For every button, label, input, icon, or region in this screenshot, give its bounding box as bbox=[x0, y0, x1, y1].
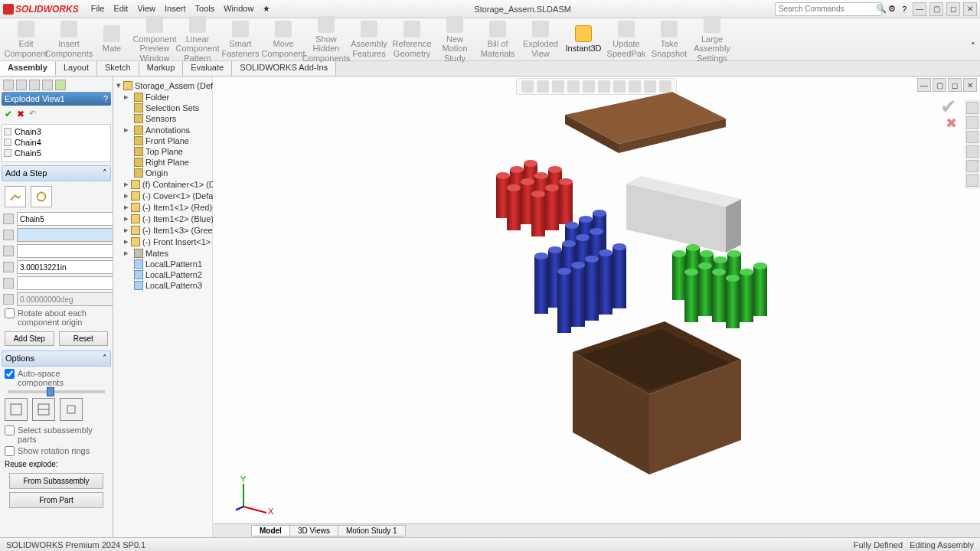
bbox-mode-3-button[interactable] bbox=[60, 398, 83, 421]
tree-item[interactable]: ▸(-) Front Insert<1> (... bbox=[115, 236, 211, 247]
bbox-mode-1-button[interactable] bbox=[5, 398, 28, 421]
tree-item[interactable]: Selection Sets bbox=[115, 103, 211, 113]
tab-evaluate[interactable]: Evaluate bbox=[183, 61, 232, 76]
tree-item[interactable]: ▾Storage_Assem (Default bbox=[115, 80, 211, 91]
design-lib-icon[interactable] bbox=[966, 116, 978, 129]
tree-item[interactable]: ▸(-) Item1<3> (Green)<... bbox=[115, 224, 211, 236]
component-select-field[interactable] bbox=[17, 228, 113, 242]
ribbon-new-motion-study[interactable]: New Motion Study bbox=[435, 16, 475, 62]
settings-icon[interactable]: ⚙ bbox=[888, 4, 896, 14]
pm-tab-config-icon[interactable] bbox=[29, 80, 40, 90]
tree-item[interactable]: ▸Folder bbox=[115, 91, 211, 103]
zoom-fit-icon[interactable] bbox=[521, 80, 534, 93]
tab-markup[interactable]: Markup bbox=[139, 61, 184, 76]
ribbon-move-component[interactable]: Move Component bbox=[263, 21, 303, 57]
autospace-checkbox[interactable] bbox=[5, 369, 15, 379]
chain-list[interactable]: Chain3 Chain4 Chain5 bbox=[2, 124, 111, 162]
restore-button[interactable]: ▢ bbox=[929, 2, 943, 16]
section-view-icon[interactable] bbox=[567, 80, 580, 93]
vp-close-button[interactable]: ✕ bbox=[963, 78, 977, 92]
apply-scene-icon[interactable] bbox=[644, 80, 656, 93]
chain-name-field[interactable] bbox=[17, 212, 113, 226]
pm-undo-icon[interactable]: ↶ bbox=[29, 109, 36, 119]
tab-solidworks-add-ins[interactable]: SOLIDWORKS Add-Ins bbox=[232, 61, 336, 76]
tree-item[interactable]: ▸(-) Cover<1> (Default<... bbox=[115, 190, 211, 201]
menu-insert[interactable]: Insert bbox=[165, 4, 186, 14]
ribbon-smart-fasteners[interactable]: Smart Fasteners bbox=[220, 21, 260, 57]
ribbon-assembly-features[interactable]: Assembly Features bbox=[349, 21, 389, 57]
bbox-mode-2-button[interactable] bbox=[32, 398, 55, 421]
help-icon[interactable]: ? bbox=[902, 5, 906, 14]
graphics-viewport[interactable]: — ▢ ◻ ✕ ✔ ✖ bbox=[213, 77, 980, 537]
pm-tab-property-icon[interactable] bbox=[16, 80, 27, 90]
custom-props-icon[interactable] bbox=[966, 174, 978, 187]
menu-star[interactable]: ★ bbox=[263, 4, 270, 14]
ribbon-exploded-view[interactable]: Exploded View bbox=[521, 21, 560, 57]
cancel-corner-icon[interactable]: ✖ bbox=[946, 115, 957, 132]
ribbon-take-snapshot[interactable]: Take Snapshot bbox=[649, 21, 689, 57]
tree-item[interactable]: ▸Annotations bbox=[115, 124, 211, 135]
ribbon-insert-components[interactable]: Insert Components bbox=[49, 21, 89, 57]
ribbon-update-speedpak[interactable]: Update SpeedPak bbox=[606, 21, 646, 57]
menu-file[interactable]: File bbox=[91, 4, 105, 14]
radial-step-button[interactable] bbox=[31, 186, 52, 207]
search-input[interactable] bbox=[779, 5, 876, 13]
vp-restore-button[interactable]: ▢ bbox=[933, 78, 946, 92]
from-subassembly-button[interactable]: From Subassembly bbox=[9, 473, 103, 489]
tree-item[interactable]: Front Plane bbox=[115, 135, 211, 146]
display-style-icon[interactable] bbox=[598, 80, 610, 93]
regular-step-button[interactable] bbox=[5, 186, 26, 207]
ribbon-large-assembly-settings[interactable]: Large Assembly Settings bbox=[692, 16, 732, 62]
tree-item[interactable]: Top Plane bbox=[115, 146, 211, 157]
pm-help-icon[interactable]: ? bbox=[103, 94, 108, 103]
appearances-icon[interactable] bbox=[966, 160, 978, 172]
tree-item[interactable]: LocalLPattern2 bbox=[115, 269, 211, 280]
tree-item[interactable]: LocalLPattern3 bbox=[115, 280, 211, 291]
axis-field[interactable] bbox=[17, 276, 113, 290]
ribbon-bill-of-materials[interactable]: Bill of Materials bbox=[478, 21, 518, 57]
edit-appear-icon[interactable] bbox=[629, 80, 641, 93]
slider-thumb[interactable] bbox=[47, 387, 54, 396]
minimize-button[interactable]: — bbox=[913, 2, 926, 16]
menu-view[interactable]: View bbox=[137, 4, 155, 14]
orientation-triad[interactable]: Y X Z bbox=[236, 476, 274, 514]
ribbon-collapse-icon[interactable]: ˄ bbox=[971, 41, 975, 51]
feature-tree[interactable]: ▾Storage_Assem (Default▸FolderSelection … bbox=[113, 77, 213, 537]
resources-icon[interactable] bbox=[966, 102, 978, 114]
menu-tools[interactable]: Tools bbox=[195, 4, 215, 14]
tab-sketch[interactable]: Sketch bbox=[97, 61, 139, 76]
reset-button[interactable]: Reset bbox=[59, 331, 109, 346]
pm-tab-feature-icon[interactable] bbox=[3, 80, 14, 90]
ribbon-instant3d[interactable]: Instant3D bbox=[564, 25, 603, 53]
prev-view-icon[interactable] bbox=[552, 80, 564, 93]
tree-item[interactable]: ▸(-) Item1<1> (Red)<... bbox=[115, 201, 211, 213]
tab-3dviews[interactable]: 3D Views bbox=[289, 525, 338, 536]
tree-item[interactable]: Right Plane bbox=[115, 157, 211, 168]
vp-min-button[interactable]: — bbox=[917, 78, 931, 92]
view-palette-icon[interactable] bbox=[966, 145, 978, 158]
pm-tab-display-icon[interactable] bbox=[42, 80, 53, 90]
tree-item[interactable]: LocalLPattern1 bbox=[115, 259, 211, 269]
menu-edit[interactable]: Edit bbox=[113, 4, 128, 14]
hide-show-icon[interactable] bbox=[613, 80, 626, 93]
ribbon-component-preview-window[interactable]: Component Preview Window bbox=[135, 16, 175, 62]
vp-max-button[interactable]: ◻ bbox=[948, 78, 962, 92]
tab-motion[interactable]: Motion Study 1 bbox=[338, 525, 406, 536]
rotate-checkbox[interactable] bbox=[5, 308, 15, 318]
pm-cancel-icon[interactable]: ✖ bbox=[17, 109, 24, 119]
pm-accept-icon[interactable]: ✔ bbox=[5, 109, 12, 119]
add-step-button[interactable]: Add Step bbox=[5, 331, 54, 346]
tab-assembly[interactable]: Assembly bbox=[0, 61, 56, 76]
menu-window[interactable]: Window bbox=[224, 4, 253, 14]
tree-item[interactable]: Sensors bbox=[115, 113, 211, 124]
maximize-button[interactable]: ◻ bbox=[946, 2, 960, 16]
from-part-button[interactable]: From Part bbox=[9, 492, 103, 508]
select-sub-checkbox[interactable] bbox=[5, 425, 15, 435]
section-options[interactable]: Options˄ bbox=[2, 350, 111, 367]
distance-field[interactable] bbox=[17, 260, 113, 274]
ribbon-show-hidden-components[interactable]: Show Hidden Components bbox=[306, 16, 346, 62]
tree-item[interactable]: ▸(f) Container<1> (Def... bbox=[115, 178, 211, 190]
command-search[interactable]: 🔍 bbox=[775, 2, 882, 16]
ribbon-reference-geometry[interactable]: Reference Geometry bbox=[392, 21, 432, 57]
close-button[interactable]: ✕ bbox=[963, 2, 977, 16]
